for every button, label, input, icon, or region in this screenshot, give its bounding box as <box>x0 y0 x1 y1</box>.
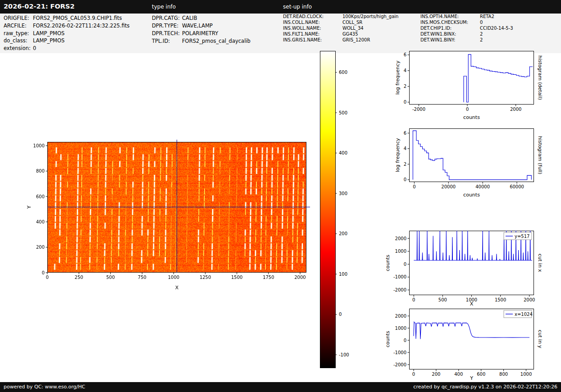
series-line <box>413 131 531 180</box>
type-info-row: TPL.ID:FORS2_pmos_cal_daycalib <box>152 37 251 45</box>
svg-text:0: 0 <box>404 338 406 343</box>
svg-text:600: 600 <box>36 194 45 199</box>
svg-text:-2000: -2000 <box>393 287 406 292</box>
histogram-detail-plot: -2000020000246 <box>409 51 534 105</box>
setup-info-block-2: INS.OPTI4.NAME:RETA2 INS.MOS.CHECKSUM:0 … <box>420 14 513 43</box>
svg-text:0: 0 <box>404 177 406 182</box>
svg-text:100: 100 <box>339 272 347 277</box>
cut-in-y-x-label: Y <box>409 375 534 381</box>
qc-report-page: 2026-02-21: FORS2 type info set-up info … <box>0 0 561 392</box>
svg-text:500: 500 <box>339 110 347 115</box>
header-bar: 2026-02-21: FORS2 type info set-up info <box>0 0 561 14</box>
svg-text:y=517: y=517 <box>515 234 529 239</box>
svg-text:20000: 20000 <box>441 184 456 189</box>
cut in x-svg: 0500100015002000-2000-1000010002000y=517 <box>409 231 534 295</box>
svg-text:600: 600 <box>339 70 347 75</box>
field-value: 2 <box>480 37 483 42</box>
colorbar: 6005004003002001000-100 <box>320 51 336 368</box>
field-label: INS.FILT1.NAME: <box>283 31 342 37</box>
histogram-full-title: histogram (full) <box>537 128 543 182</box>
type-info-row: DPR.TECH:POLARIMETRY <box>152 30 251 37</box>
setup-info-row: INS.COLL.NAME:COLL_SR <box>283 19 398 25</box>
file-info-row: do_class:LAMP_PMOS <box>4 37 129 45</box>
cut-in-y-y-label: counts <box>385 309 391 369</box>
cut-in-x-title: cut in x <box>537 231 543 295</box>
svg-text:1250: 1250 <box>200 275 211 280</box>
series-line <box>414 322 529 339</box>
cut-in-x-x-label: X <box>409 301 534 307</box>
svg-text:0: 0 <box>466 107 469 112</box>
setup-info-row: DET.CHIP1.ID:CCID20-14-5-3 <box>420 25 513 31</box>
cut-in-y-plot: 02004006008001000-2000-1000010002000x=10… <box>409 309 534 369</box>
svg-text:200: 200 <box>339 231 347 236</box>
field-label: INS.MOS.CHECKSUM: <box>420 19 480 25</box>
svg-text:2000: 2000 <box>395 236 406 241</box>
raw-image-canvas <box>47 142 306 273</box>
histogram-detail-x-label: counts <box>409 114 534 120</box>
field-label: INS.COLL.NAME: <box>283 19 342 25</box>
svg-text:-100: -100 <box>339 352 349 357</box>
svg-text:-2000: -2000 <box>412 107 425 112</box>
field-label: raw_type: <box>4 30 33 37</box>
svg-text:2: 2 <box>404 162 406 167</box>
svg-text:x=1024: x=1024 <box>515 312 533 317</box>
field-value: FORS2_PMOS_CAL053.9.CHIP1.fits <box>33 15 122 21</box>
legend <box>504 310 532 318</box>
raw-image-plot: 0250500750100012501500175020000200400600… <box>47 142 306 273</box>
field-label: DPR.TYPE: <box>152 22 182 30</box>
field-label: INS.OPTI4.NAME: <box>420 14 480 19</box>
svg-text:1500: 1500 <box>231 275 242 280</box>
field-label: DET.WIN1.BINY: <box>420 37 480 43</box>
field-value: FORS2.2026-02-22T11:24:32.225.fits <box>33 23 129 29</box>
field-value: FORS2_pmos_cal_daycalib <box>182 38 251 44</box>
svg-text:2000: 2000 <box>294 275 306 280</box>
setup-info-block-1: DET.READ.CLOCK:100Kps/2ports/high_gain I… <box>283 14 398 43</box>
file-info-block: ORIGFILE:FORS2_PMOS_CAL053.9.CHIP1.fits … <box>4 14 129 52</box>
field-value: WOLL_34 <box>342 26 364 31</box>
field-value: GRIS_1200R <box>342 37 370 42</box>
histogram (full)-svg: 02000040000600000246 <box>409 128 534 182</box>
svg-text:2: 2 <box>404 84 406 89</box>
svg-text:500: 500 <box>106 275 115 280</box>
page-title: 2026-02-21: FORS2 <box>4 3 75 10</box>
svg-text:6: 6 <box>404 131 406 136</box>
main-y-axis-label: Y <box>26 142 32 273</box>
file-info-row: extension:0 <box>4 45 129 52</box>
svg-text:0: 0 <box>46 275 49 280</box>
field-value: POLARIMETRY <box>182 30 218 36</box>
svg-text:200: 200 <box>36 245 45 250</box>
field-label: ORIGFILE: <box>4 14 33 22</box>
main-x-axis-label: X <box>47 285 306 291</box>
svg-text:0: 0 <box>404 262 406 267</box>
svg-text:750: 750 <box>138 275 146 280</box>
field-value: CCID20-14-5-3 <box>480 26 513 31</box>
svg-text:2000: 2000 <box>395 314 406 319</box>
histogram (detail)-svg: -2000020000246 <box>409 51 534 105</box>
svg-text:4: 4 <box>404 146 406 151</box>
svg-text:1750: 1750 <box>263 275 274 280</box>
field-label: INS.GRIS1.NAME: <box>283 37 342 43</box>
svg-text:2000: 2000 <box>510 107 521 112</box>
svg-text:60000: 60000 <box>510 184 524 189</box>
field-value: 2 <box>480 32 483 36</box>
svg-text:400: 400 <box>36 219 45 224</box>
setup-info-row: INS.FILT1.NAME:GG435 <box>283 31 398 37</box>
setup-info-heading: set-up info <box>283 4 312 10</box>
svg-text:-1000: -1000 <box>393 274 406 279</box>
svg-text:800: 800 <box>36 169 45 173</box>
field-value: RETA2 <box>480 14 494 19</box>
histogram-full-x-label: counts <box>409 192 534 198</box>
svg-text:4: 4 <box>404 68 406 73</box>
legend <box>504 232 532 240</box>
field-label: INS.WOLL.NAME: <box>283 25 342 31</box>
setup-info-row: INS.WOLL.NAME:WOLL_34 <box>283 25 398 31</box>
field-label: DET.CHIP1.ID: <box>420 25 480 31</box>
cut in y-svg: 02004006008001000-2000-1000010002000x=10… <box>409 309 534 369</box>
svg-text:1000: 1000 <box>33 143 45 148</box>
type-info-block: DPR.CATG:CALIB DPR.TYPE:WAVE,LAMP DPR.TE… <box>152 14 251 45</box>
histogram-full-plot: 02000040000600000246 <box>409 128 534 182</box>
field-label: ARCFILE: <box>4 22 33 30</box>
cut-in-x-y-label: counts <box>385 231 391 295</box>
field-label: DET.WIN1.BINX: <box>420 31 480 37</box>
field-label: DPR.TECH: <box>152 30 182 37</box>
